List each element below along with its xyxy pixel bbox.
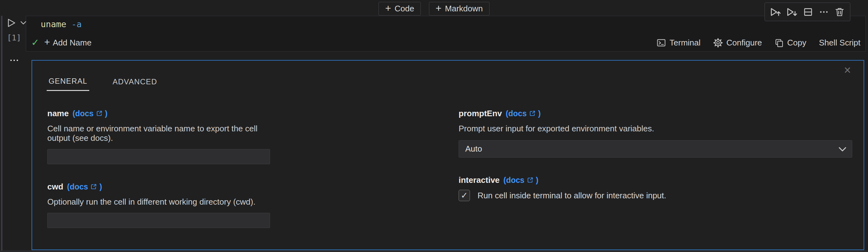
- name-input[interactable]: [47, 149, 270, 164]
- docs-link-label: docs: [75, 109, 93, 118]
- chevron-down-icon: [21, 21, 26, 25]
- docs-link-label: docs: [70, 182, 88, 191]
- code-flag: -a: [71, 19, 82, 29]
- tab-advanced[interactable]: ADVANCED: [111, 77, 159, 91]
- execute-below-icon: [786, 6, 798, 18]
- add-code-button[interactable]: + Code: [378, 2, 421, 16]
- split-cell-button[interactable]: [803, 7, 813, 17]
- field-cwd-label: cwd: [47, 182, 63, 191]
- docs-link-label: docs: [506, 175, 524, 185]
- split-cell-icon: [803, 7, 813, 17]
- panel-column-left: name (docs ) Cell name or environment va…: [47, 109, 270, 228]
- field-cwd: cwd (docs ) Optionally run the cell in d…: [47, 182, 270, 228]
- code-command: uname: [41, 19, 66, 29]
- terminal-icon: [656, 38, 666, 48]
- external-link-icon: [529, 110, 536, 117]
- field-promptenv-label-row: promptEnv (docs ): [459, 109, 852, 118]
- code-editor[interactable]: uname -a: [41, 19, 82, 29]
- configure-button[interactable]: Configure: [713, 38, 762, 48]
- copy-button[interactable]: Copy: [775, 38, 806, 48]
- plus-icon: +: [436, 3, 441, 13]
- docs-link[interactable]: (docs ): [72, 109, 107, 118]
- docs-link[interactable]: (docs ): [503, 175, 538, 185]
- check-icon: ✓: [461, 190, 468, 200]
- language-picker[interactable]: Shell Script: [819, 38, 861, 48]
- configure-label: Configure: [726, 38, 762, 48]
- interactive-checkbox[interactable]: ✓: [459, 190, 470, 201]
- external-link-icon: [90, 183, 97, 190]
- field-interactive-label: interactive: [459, 175, 500, 185]
- tab-general[interactable]: GENERAL: [47, 77, 89, 91]
- docs-link-label: docs: [508, 109, 527, 118]
- ellipsis-icon: [818, 7, 829, 17]
- panel-column-right: promptEnv (docs ) Prompt user input for …: [459, 109, 852, 201]
- execute-below-button[interactable]: [786, 6, 798, 18]
- field-promptenv: promptEnv (docs ) Prompt user input for …: [459, 109, 852, 158]
- field-cwd-label-row: cwd (docs ): [47, 182, 270, 191]
- cell-more-button[interactable]: [9, 58, 20, 62]
- cwd-input[interactable]: [47, 213, 270, 228]
- docs-link[interactable]: (docs ): [505, 109, 540, 118]
- field-interactive: interactive (docs ) ✓ Run cell ins: [459, 175, 852, 201]
- language-label: Shell Script: [819, 38, 861, 48]
- delete-cell-button[interactable]: [834, 7, 845, 17]
- add-name-label: Add Name: [53, 38, 91, 48]
- promptenv-select[interactable]: Auto: [459, 140, 852, 158]
- notebook-toolbar: + Code + Markdown: [0, 2, 868, 16]
- external-link-icon: [96, 110, 103, 117]
- add-markdown-label: Markdown: [445, 4, 483, 13]
- execute-above-icon: [770, 6, 781, 18]
- cell-status-left: ✓ + Add Name: [31, 38, 91, 48]
- add-code-label: Code: [395, 4, 414, 13]
- gear-icon: [713, 38, 723, 48]
- field-name: name (docs ) Cell name or environment va…: [47, 109, 270, 164]
- field-promptenv-label: promptEnv: [459, 109, 502, 118]
- field-interactive-label-row: interactive (docs ): [459, 175, 852, 185]
- more-actions-button[interactable]: [818, 7, 829, 17]
- chevron-down-icon: [839, 147, 846, 152]
- add-markdown-button[interactable]: + Markdown: [429, 2, 490, 16]
- field-name-label-row: name (docs ): [47, 109, 270, 118]
- plus-icon: +: [44, 37, 50, 47]
- execute-above-button[interactable]: [770, 6, 781, 18]
- panel-tabs: GENERAL ADVANCED: [47, 77, 159, 91]
- add-name-button[interactable]: + Add Name: [44, 38, 91, 48]
- field-promptenv-description: Prompt user input for exported environme…: [459, 124, 852, 133]
- copy-label: Copy: [787, 38, 806, 48]
- ellipsis-icon: [9, 58, 20, 62]
- cell-status-right: Terminal Configure Copy: [656, 38, 861, 48]
- promptenv-select-value: Auto: [465, 144, 482, 154]
- cell-actions-toolbar: [765, 2, 850, 21]
- code-cell[interactable]: uname -a ✓ + Add Name Terminal: [26, 16, 866, 52]
- field-cwd-description: Optionally run the cell in different wor…: [47, 197, 270, 206]
- run-cell-button[interactable]: [6, 18, 26, 28]
- bottom-divider: [0, 250, 868, 252]
- docs-link[interactable]: (docs ): [67, 182, 102, 191]
- plus-icon: +: [385, 3, 391, 13]
- terminal-label: Terminal: [670, 38, 701, 48]
- terminal-button[interactable]: Terminal: [656, 38, 701, 48]
- copy-icon: [775, 38, 784, 47]
- field-name-label: name: [47, 109, 69, 118]
- field-name-description: Cell name or environment variable name t…: [47, 124, 270, 143]
- cell-status-bar: ✓ + Add Name Terminal: [31, 36, 861, 49]
- close-icon: ×: [844, 63, 851, 77]
- interactive-checkbox-label: Run cell inside terminal to allow for in…: [477, 191, 666, 200]
- external-link-icon: [527, 176, 534, 184]
- trash-icon: [834, 7, 845, 17]
- play-icon: [6, 18, 17, 28]
- success-check-icon: ✓: [31, 38, 39, 47]
- interactive-checkbox-row: ✓ Run cell inside terminal to allow for …: [459, 190, 852, 201]
- cell-configure-panel: × GENERAL ADVANCED name (docs ): [32, 60, 864, 250]
- close-button[interactable]: ×: [842, 64, 853, 77]
- execution-count: [1]: [7, 33, 21, 42]
- cell-focus-indicator: [1, 16, 2, 251]
